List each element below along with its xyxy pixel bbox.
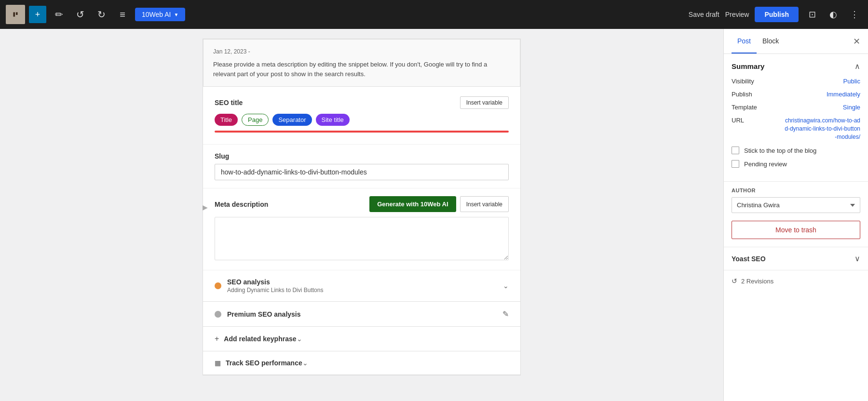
stick-to-top-row: Stick to the top of the blog xyxy=(732,147,860,154)
list-view-button[interactable]: ≡ xyxy=(114,6,131,23)
chevron-down-icon: ⌄ xyxy=(302,359,308,367)
premium-seo-title: Premium SEO analysis xyxy=(227,310,502,318)
tag-site-title[interactable]: Site title xyxy=(316,114,350,126)
sidebar-content: Summary ∧ Visibility Public Publish Imme… xyxy=(724,54,868,401)
slug-input[interactable] xyxy=(215,164,509,180)
close-sidebar-button[interactable]: ✕ xyxy=(853,36,860,47)
add-keyphrase-section: + Add related keyphrase ⌄ xyxy=(203,327,520,351)
tag-title[interactable]: Title xyxy=(215,114,238,126)
add-block-button[interactable]: + xyxy=(29,6,46,23)
move-to-trash-button[interactable]: Move to trash xyxy=(732,221,860,239)
visibility-value[interactable]: Public xyxy=(843,78,860,85)
revisions-icon: ↺ xyxy=(732,277,737,285)
add-keyphrase-title: Add related keyphrase xyxy=(224,335,296,343)
editor-panel: Jan 12, 2023 - Please provide a meta des… xyxy=(203,39,521,375)
extensions-button[interactable]: ◐ xyxy=(826,7,841,22)
svg-rect-0 xyxy=(12,11,20,19)
publish-label: Publish xyxy=(732,91,752,98)
content-area: ▶ Jan 12, 2023 - Please provide a meta d… xyxy=(0,29,723,401)
premium-seo-row[interactable]: Premium SEO analysis ✎ xyxy=(203,302,520,326)
chevron-down-icon: ▼ xyxy=(174,12,178,17)
author-select[interactable]: Christina Gwira xyxy=(732,197,860,213)
summary-header: Summary ∧ xyxy=(732,62,860,71)
pending-review-row: Pending review xyxy=(732,160,860,168)
chevron-down-icon: ⌄ xyxy=(503,282,509,290)
toolbar: + ✏ ↺ ↻ ≡ 10Web AI ▼ Save draft Preview … xyxy=(0,0,868,29)
pending-review-label: Pending review xyxy=(744,160,787,168)
stick-to-top-checkbox[interactable] xyxy=(732,147,739,154)
chevron-down-icon: ⌄ xyxy=(297,335,302,343)
redo-button[interactable]: ↻ xyxy=(93,6,110,23)
template-label: Template xyxy=(732,104,757,111)
premium-seo-section: Premium SEO analysis ✎ xyxy=(203,302,520,327)
right-sidebar: Post Block ✕ Summary ∧ Visibility Public… xyxy=(723,29,868,401)
summary-section: Summary ∧ Visibility Public Publish Imme… xyxy=(724,54,868,182)
stick-to-top-label: Stick to the top of the blog xyxy=(744,147,816,154)
seo-analysis-section: SEO analysis Adding Dynamic Links to Div… xyxy=(203,270,520,302)
publish-button[interactable]: Publish xyxy=(755,7,799,22)
track-seo-row[interactable]: ▦ Track SEO performance ⌄ xyxy=(203,351,520,374)
undo-button[interactable]: ↺ xyxy=(71,6,89,23)
meta-description-textarea[interactable] xyxy=(215,217,509,260)
ai-menu-button[interactable]: 10Web AI ▼ xyxy=(135,8,185,21)
preview-button[interactable]: Preview xyxy=(725,11,749,18)
revisions-section[interactable]: ↺ 2 Revisions xyxy=(724,270,868,292)
tag-page[interactable]: Page xyxy=(242,114,269,126)
seo-title-tags: Title Page Separator Site title xyxy=(215,114,509,126)
yoast-header: Yoast SEO ∨ xyxy=(732,254,860,263)
sidebar-header: Post Block ✕ xyxy=(724,29,868,54)
insert-variable-button[interactable]: Insert variable xyxy=(460,96,509,109)
seo-analysis-title: SEO analysis xyxy=(227,278,503,286)
edit-icon[interactable]: ✎ xyxy=(502,309,509,319)
wp-logo[interactable] xyxy=(6,5,25,24)
tab-post[interactable]: Post xyxy=(732,29,757,53)
plus-icon: + xyxy=(215,334,219,343)
visibility-label: Visibility xyxy=(732,78,754,85)
yoast-seo-title: Yoast SEO xyxy=(732,255,766,263)
editor-wrapper: ▶ Jan 12, 2023 - Please provide a meta d… xyxy=(203,39,521,375)
meta-date: Jan 12, 2023 - xyxy=(213,47,510,56)
template-value[interactable]: Single xyxy=(843,104,860,111)
summary-collapse-button[interactable]: ∧ xyxy=(854,62,860,71)
slug-label: Slug xyxy=(215,152,509,160)
save-draft-button[interactable]: Save draft xyxy=(689,11,719,18)
insert-variable-meta-button[interactable]: Insert variable xyxy=(460,196,509,212)
seo-analysis-icon xyxy=(215,282,221,289)
seo-title-section: SEO title Insert variable Title Page Sep… xyxy=(203,87,520,145)
meta-info-text: Please provide a meta description by edi… xyxy=(213,60,510,79)
add-keyphrase-row[interactable]: + Add related keyphrase ⌄ xyxy=(203,327,520,351)
ai-label: 10Web AI xyxy=(142,11,171,18)
yoast-collapse-button[interactable]: ∨ xyxy=(854,254,860,263)
summary-title: Summary xyxy=(732,62,764,70)
main-layout: ▶ Jan 12, 2023 - Please provide a meta d… xyxy=(0,29,868,401)
tag-separator[interactable]: Separator xyxy=(272,114,312,126)
generate-ai-button[interactable]: Generate with 10Web AI xyxy=(369,196,456,212)
seo-analysis-row[interactable]: SEO analysis Adding Dynamic Links to Div… xyxy=(203,270,520,301)
yoast-seo-section: Yoast SEO ∨ xyxy=(724,247,868,270)
meta-desc-label: Meta description xyxy=(215,200,268,208)
visibility-row: Visibility Public xyxy=(732,78,860,85)
revisions-label: 2 Revisions xyxy=(741,278,773,285)
more-options-button[interactable]: ⋮ xyxy=(847,7,862,22)
pending-review-checkbox[interactable] xyxy=(732,160,739,168)
publish-row: Publish Immediately xyxy=(732,91,860,98)
meta-desc-buttons: Generate with 10Web AI Insert variable xyxy=(369,196,509,212)
meta-description-section: Meta description Generate with 10Web AI … xyxy=(203,188,520,270)
url-label: URL xyxy=(732,117,744,124)
url-row: URL christinagwira.com/how-to-add-dynami… xyxy=(732,117,860,141)
seo-analysis-text: SEO analysis Adding Dynamic Links to Div… xyxy=(227,278,503,294)
tools-button[interactable]: ✏ xyxy=(50,6,68,23)
author-section: AUTHOR Christina Gwira xyxy=(724,182,868,213)
trash-section: Move to trash xyxy=(724,213,868,247)
template-row: Template Single xyxy=(732,104,860,111)
chart-icon: ▦ xyxy=(215,359,221,367)
meta-desc-header: Meta description Generate with 10Web AI … xyxy=(215,196,509,212)
meta-info-box: Jan 12, 2023 - Please provide a meta des… xyxy=(203,39,520,87)
layout-toggle-button[interactable]: ⊡ xyxy=(804,7,820,22)
track-seo-section: ▦ Track SEO performance ⌄ xyxy=(203,351,520,375)
tab-block[interactable]: Block xyxy=(757,29,785,53)
collapse-arrow[interactable]: ▶ xyxy=(203,203,208,211)
url-value[interactable]: christinagwira.com/how-to-add-dynamic-li… xyxy=(783,117,860,141)
toolbar-right: Save draft Preview Publish ⊡ ◐ ⋮ xyxy=(689,7,862,22)
publish-value[interactable]: Immediately xyxy=(827,91,860,98)
